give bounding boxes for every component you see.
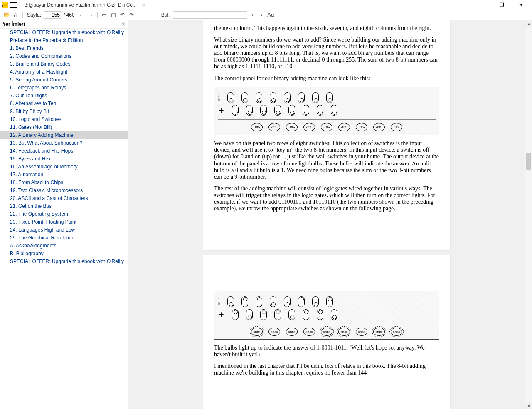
body-text: The bulbs light up to indicate the answe… (214, 345, 439, 358)
page-label: Sayfa: (25, 12, 43, 18)
rotate-left-icon[interactable]: ↶ (118, 11, 127, 19)
bookmark-item[interactable]: 18. From Abaci to Chips (0, 179, 128, 187)
close-button[interactable]: ✕ (511, 0, 530, 10)
bookmark-item[interactable]: 20. ASCII and a Cast of Characters (0, 195, 128, 202)
search-input[interactable] (173, 11, 247, 19)
bookmark-item[interactable]: 17. Automation (0, 171, 128, 179)
bookmark-item[interactable]: 13. But What About Subtraction? (0, 139, 128, 147)
title-bar: pdf Bilgisayar Donanım ve Yazılımlarının… (0, 0, 532, 10)
zoom-out-icon[interactable]: − (137, 11, 145, 19)
bookmark-item[interactable]: 25. The Graphical Revolution (0, 234, 128, 242)
bookmark-item[interactable]: 8. Alternatives to Ten (0, 100, 128, 108)
bookmark-item[interactable]: 22. The Operating System (0, 210, 128, 218)
body-text: What size binary numbers do we want to a… (214, 37, 439, 70)
body-text: We have on this panel two rows of eight … (214, 140, 439, 180)
body-text: The control panel for our binary adding … (214, 75, 439, 82)
sidebar-title: Yer İmleri (2, 21, 25, 27)
bookmark-item[interactable]: SPECIAL OFFER: Upgrade this ebook with O… (0, 29, 128, 37)
bookmark-item[interactable]: 7. Our Ten Digits (0, 92, 128, 100)
control-panel-figure: 10+xHBxxHBxxHBxxHBxxHBxxHBxxHBxxHBxxHBx (214, 291, 439, 340)
page-total: / 460 (62, 12, 76, 18)
bookmarks-sidebar: Yer İmleri × SPECIAL OFFER: Upgrade this… (0, 20, 128, 409)
find-prev-icon[interactable]: ‹ (248, 11, 256, 19)
prev-page-icon[interactable]: ← (77, 11, 86, 19)
bookmark-item[interactable]: 16. An Assemblage of Memory (0, 163, 128, 171)
minimize-button[interactable]: — (473, 0, 492, 10)
page: 10+xHBxxHBxxHBxxHBxxHBxxHBxxHBxxHBxxHBx … (203, 255, 450, 409)
bookmarks-list: SPECIAL OFFER: Upgrade this ebook with O… (0, 29, 128, 409)
fit-page-icon[interactable]: ▢ (109, 11, 118, 19)
fit-width-icon[interactable]: ▭ (100, 11, 108, 19)
bookmark-item[interactable]: 12. A Binary Adding Machine (0, 131, 128, 139)
bookmark-item[interactable]: 23. Fixed Point, Floating Point (0, 218, 128, 226)
bookmark-item[interactable]: 11. Gates (Not Bill) (0, 123, 128, 131)
find-label: Bul: (160, 12, 172, 18)
bookmark-item[interactable]: 15. Bytes and Hex (0, 155, 128, 163)
toolbar: 📂 🖨 Sayfa: / 460 ← → ▭ ▢ ↶ ↷ − + Bul: ‹ … (0, 10, 532, 20)
tab-title[interactable]: Bilgisayar Donanım ve Yazılımlarının Giz… (21, 2, 140, 8)
scroll-down-icon[interactable]: ▾ (525, 402, 532, 409)
vertical-scrollbar[interactable]: ▴ ▾ (525, 20, 532, 409)
maximize-button[interactable]: ❐ (492, 0, 511, 10)
bookmark-item[interactable]: 14. Feedback and Flip-Flops (0, 147, 128, 155)
bookmark-item[interactable]: 21. Get on the Bus (0, 202, 128, 210)
body-text: the next column. This happens again in t… (214, 25, 439, 32)
find-next-icon[interactable]: › (257, 11, 266, 19)
bookmark-item[interactable]: 3. Braille and Binary Codes (0, 60, 128, 68)
control-panel-figure: 10+xHBxxHBxxHBxxHBxxHBxxHBxxHBxxHBxxHBx (214, 87, 439, 136)
bookmark-item[interactable]: 5. Seeing Around Corners (0, 76, 128, 84)
next-page-icon[interactable]: → (86, 11, 95, 19)
menu-icon[interactable] (10, 2, 17, 8)
app-icon: pdf (2, 2, 8, 8)
bookmark-item[interactable]: B. Bibliography (0, 250, 128, 258)
scroll-up-icon[interactable]: ▴ (525, 20, 532, 27)
bookmark-item[interactable]: Preface to the Paperback Edition (0, 37, 128, 44)
body-text: The rest of the adding machine will cons… (214, 185, 439, 212)
sidebar-close-icon[interactable]: × (122, 21, 125, 27)
zoom-in-icon[interactable]: + (146, 11, 154, 19)
bookmark-item[interactable]: 2. Codes and Combinations (0, 52, 128, 60)
bookmark-item[interactable]: 4. Anatomy of a Flashlight (0, 68, 128, 76)
body-text: I mentioned in the last chapter that I'l… (214, 363, 439, 376)
bookmark-item[interactable]: SPECIAL OFFER: Upgrade this ebook with O… (0, 258, 128, 266)
rotate-right-icon[interactable]: ↷ (128, 11, 136, 19)
bookmark-item[interactable]: 10. Logic and Switches (0, 116, 128, 123)
bookmark-item[interactable]: 24. Languages High and Low (0, 226, 128, 234)
open-icon[interactable]: 📂 (2, 11, 11, 19)
bookmark-item[interactable]: 9. Bit by Bit by Bit (0, 108, 128, 116)
bookmark-item[interactable]: 1. Best Friends (0, 44, 128, 52)
scroll-thumb[interactable] (526, 153, 531, 170)
tab-close-icon[interactable]: × (140, 2, 147, 8)
bookmark-item[interactable]: 6. Telegraphs and Relays (0, 84, 128, 92)
match-case-icon[interactable]: Aα (266, 11, 275, 19)
print-icon[interactable]: 🖨 (12, 11, 20, 19)
document-viewport: the next column. This happens again in t… (128, 20, 532, 409)
page-number-input[interactable] (44, 11, 61, 19)
bookmark-item[interactable]: A. Acknowledgments (0, 242, 128, 250)
page: the next column. This happens again in t… (203, 20, 450, 250)
bookmark-item[interactable]: 19. Two Classic Microprocessors (0, 187, 128, 195)
